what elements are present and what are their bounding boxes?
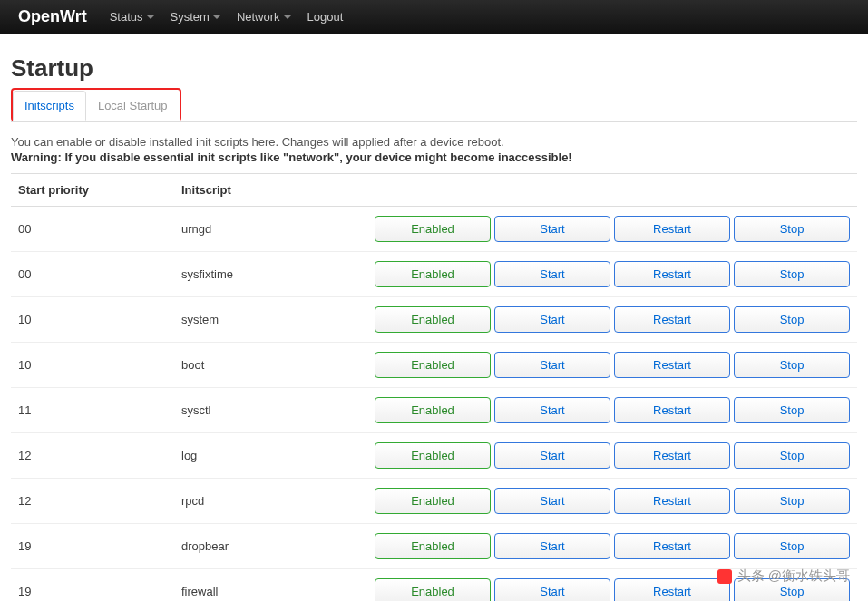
stop-button[interactable]: Stop bbox=[734, 533, 850, 559]
initscripts-table: Start priority Initscript 00urngdEnabled… bbox=[11, 173, 857, 601]
navbar: OpenWrt Status System Network Logout bbox=[0, 0, 868, 34]
enabled-button[interactable]: Enabled bbox=[375, 397, 491, 423]
cell-actions: EnabledStartRestartStop bbox=[356, 252, 857, 297]
restart-button[interactable]: Restart bbox=[614, 216, 730, 242]
warning-text: Warning: If you disable essential init s… bbox=[11, 150, 857, 164]
watermark: 头条 @衡水铁头哥 bbox=[717, 567, 850, 585]
start-button[interactable]: Start bbox=[494, 578, 610, 601]
cell-script: urngd bbox=[174, 207, 356, 252]
enabled-button[interactable]: Enabled bbox=[375, 533, 491, 559]
chevron-down-icon bbox=[147, 15, 154, 19]
table-row: 12rpcdEnabledStartRestartStop bbox=[11, 479, 857, 524]
tab-initscripts[interactable]: Initscripts bbox=[13, 91, 86, 121]
start-button[interactable]: Start bbox=[494, 352, 610, 378]
cell-priority: 00 bbox=[11, 207, 174, 252]
cell-actions: EnabledStartRestartStop bbox=[356, 524, 857, 569]
restart-button[interactable]: Restart bbox=[614, 397, 730, 423]
chevron-down-icon bbox=[284, 15, 291, 19]
content: Startup Initscripts Local Startup You ca… bbox=[0, 34, 868, 601]
tab-local-startup[interactable]: Local Startup bbox=[86, 91, 180, 121]
nav-network[interactable]: Network bbox=[237, 10, 291, 24]
enabled-button[interactable]: Enabled bbox=[375, 578, 491, 601]
cell-actions: EnabledStartRestartStop bbox=[356, 343, 857, 388]
cell-script: firewall bbox=[174, 569, 356, 602]
start-button[interactable]: Start bbox=[494, 397, 610, 423]
header-priority: Start priority bbox=[11, 174, 174, 207]
cell-priority: 10 bbox=[11, 343, 174, 388]
stop-button[interactable]: Stop bbox=[734, 261, 850, 287]
cell-priority: 19 bbox=[11, 569, 174, 602]
start-button[interactable]: Start bbox=[494, 533, 610, 559]
cell-priority: 12 bbox=[11, 479, 174, 524]
cell-priority: 19 bbox=[11, 524, 174, 569]
header-actions bbox=[356, 174, 857, 207]
start-button[interactable]: Start bbox=[494, 216, 610, 242]
description-text: You can enable or disable installed init… bbox=[11, 135, 857, 149]
restart-button[interactable]: Restart bbox=[614, 442, 730, 469]
watermark-icon bbox=[717, 569, 732, 584]
start-button[interactable]: Start bbox=[494, 442, 610, 469]
cell-priority: 11 bbox=[11, 388, 174, 433]
stop-button[interactable]: Stop bbox=[734, 352, 850, 378]
start-button[interactable]: Start bbox=[494, 306, 610, 333]
nav-status[interactable]: Status bbox=[110, 10, 154, 24]
stop-button[interactable]: Stop bbox=[734, 488, 850, 514]
enabled-button[interactable]: Enabled bbox=[375, 488, 491, 514]
table-row: 00sysfixtimeEnabledStartRestartStop bbox=[11, 252, 857, 297]
enabled-button[interactable]: Enabled bbox=[375, 216, 491, 242]
table-row: 10bootEnabledStartRestartStop bbox=[11, 343, 857, 388]
cell-actions: EnabledStartRestartStop bbox=[356, 297, 857, 343]
cell-script: rpcd bbox=[174, 479, 356, 524]
table-row: 19dropbearEnabledStartRestartStop bbox=[11, 524, 857, 569]
enabled-button[interactable]: Enabled bbox=[375, 261, 491, 287]
header-script: Initscript bbox=[174, 174, 356, 207]
restart-button[interactable]: Restart bbox=[614, 488, 730, 514]
nav-logout[interactable]: Logout bbox=[307, 10, 344, 24]
enabled-button[interactable]: Enabled bbox=[375, 352, 491, 378]
cell-script: dropbear bbox=[174, 524, 356, 569]
restart-button[interactable]: Restart bbox=[614, 352, 730, 378]
table-row: 10systemEnabledStartRestartStop bbox=[11, 297, 857, 343]
navbar-brand[interactable]: OpenWrt bbox=[18, 7, 87, 26]
cell-script: system bbox=[174, 297, 356, 343]
stop-button[interactable]: Stop bbox=[734, 397, 850, 423]
stop-button[interactable]: Stop bbox=[734, 442, 850, 469]
nav-system[interactable]: System bbox=[171, 10, 220, 24]
cell-script: boot bbox=[174, 343, 356, 388]
enabled-button[interactable]: Enabled bbox=[375, 442, 491, 469]
restart-button[interactable]: Restart bbox=[614, 261, 730, 287]
tabs: Initscripts Local Startup bbox=[11, 88, 857, 122]
table-row: 11sysctlEnabledStartRestartStop bbox=[11, 388, 857, 433]
start-button[interactable]: Start bbox=[494, 488, 610, 514]
page-title: Startup bbox=[11, 54, 857, 82]
stop-button[interactable]: Stop bbox=[734, 306, 850, 333]
cell-priority: 00 bbox=[11, 252, 174, 297]
chevron-down-icon bbox=[213, 15, 220, 19]
restart-button[interactable]: Restart bbox=[614, 533, 730, 559]
restart-button[interactable]: Restart bbox=[614, 578, 730, 601]
enabled-button[interactable]: Enabled bbox=[375, 306, 491, 333]
cell-script: log bbox=[174, 433, 356, 479]
tab-highlight-box: Initscripts Local Startup bbox=[11, 88, 181, 121]
cell-actions: EnabledStartRestartStop bbox=[356, 388, 857, 433]
cell-priority: 12 bbox=[11, 433, 174, 479]
table-row: 12logEnabledStartRestartStop bbox=[11, 433, 857, 479]
cell-script: sysctl bbox=[174, 388, 356, 433]
cell-script: sysfixtime bbox=[174, 252, 356, 297]
cell-actions: EnabledStartRestartStop bbox=[356, 207, 857, 252]
start-button[interactable]: Start bbox=[494, 261, 610, 287]
cell-actions: EnabledStartRestartStop bbox=[356, 433, 857, 479]
restart-button[interactable]: Restart bbox=[614, 306, 730, 333]
stop-button[interactable]: Stop bbox=[734, 216, 850, 242]
table-row: 00urngdEnabledStartRestartStop bbox=[11, 207, 857, 252]
watermark-text: 头条 @衡水铁头哥 bbox=[737, 567, 850, 585]
cell-priority: 10 bbox=[11, 297, 174, 343]
cell-actions: EnabledStartRestartStop bbox=[356, 479, 857, 524]
